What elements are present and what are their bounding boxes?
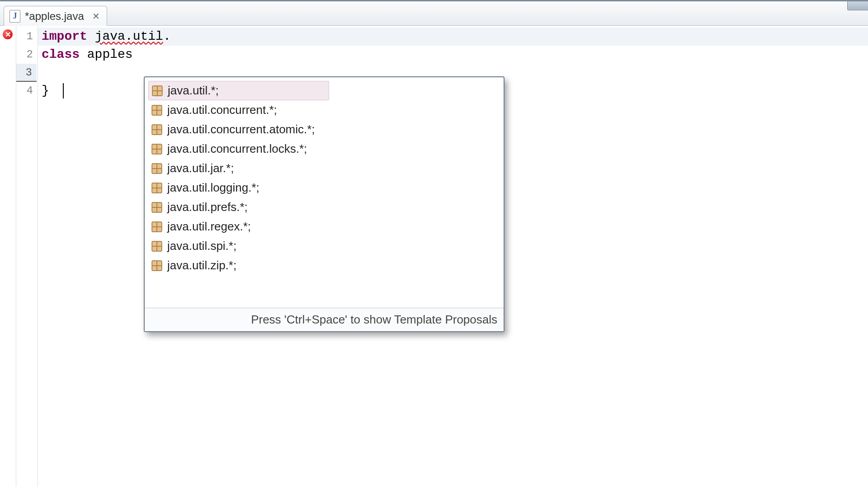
package-icon — [151, 260, 163, 272]
tab-bar: J *apples.java ✕ — [0, 1, 868, 26]
editor-body: ✕ 1 2 3 4 import java.util. class apples… — [0, 26, 868, 487]
package-icon — [151, 124, 163, 136]
java-file-icon: J — [9, 10, 20, 23]
package-icon — [151, 202, 163, 213]
suggestion-list[interactable]: java.util.*;java.util.concurrent.*;java.… — [145, 77, 504, 308]
autocomplete-footer: Press 'Ctrl+Space' to show Template Prop… — [145, 308, 504, 331]
autocomplete-suggestion[interactable]: java.util.regex.*; — [148, 217, 500, 236]
close-icon[interactable]: ✕ — [91, 11, 101, 21]
suggestion-label: java.util.concurrent.*; — [167, 103, 277, 117]
package-icon — [151, 240, 163, 252]
package-icon — [151, 104, 163, 116]
line-number: 2 — [16, 46, 38, 64]
class-name: apples — [80, 47, 133, 61]
autocomplete-suggestion[interactable]: java.util.jar.*; — [148, 159, 500, 178]
autocomplete-suggestion[interactable]: java.util.concurrent.locks.*; — [148, 139, 500, 159]
marker-bar: ✕ — [0, 26, 16, 487]
suggestion-label: java.util.logging.*; — [167, 181, 259, 195]
brace: } — [42, 84, 49, 98]
autocomplete-suggestion[interactable]: java.util.spi.*; — [148, 236, 500, 256]
window-controls[interactable] — [847, 1, 868, 10]
editor-window: J *apples.java ✕ ✕ 1 2 3 4 import java.u… — [0, 0, 868, 488]
keyword: class — [42, 47, 80, 61]
suggestion-label: java.util.regex.*; — [167, 220, 251, 234]
line-number-gutter: 1 2 3 4 — [16, 26, 38, 487]
suggestion-label: java.util.concurrent.locks.*; — [167, 142, 307, 156]
code-line[interactable]: import java.util. — [38, 28, 868, 46]
code-line[interactable]: class apples — [38, 46, 868, 64]
line-number: 4 — [16, 82, 38, 100]
package-name: java.util — [95, 29, 163, 43]
line-number: 1 — [16, 28, 38, 46]
autocomplete-popup: java.util.*;java.util.concurrent.*;java.… — [144, 76, 505, 332]
package-icon — [151, 85, 163, 97]
autocomplete-suggestion[interactable]: java.util.zip.*; — [148, 256, 500, 275]
package-icon — [151, 163, 163, 174]
keyword: import — [42, 29, 87, 43]
dot: . — [163, 29, 171, 43]
line-number: 3 — [16, 64, 37, 82]
error-marker-icon[interactable]: ✕ — [3, 29, 13, 39]
suggestion-label: java.util.spi.*; — [167, 239, 236, 253]
suggestion-label: java.util.prefs.*; — [167, 200, 248, 214]
tab-filename: *apples.java — [25, 10, 84, 23]
autocomplete-suggestion[interactable]: java.util.*; — [148, 81, 329, 100]
autocomplete-suggestion[interactable]: java.util.concurrent.*; — [148, 100, 500, 120]
autocomplete-suggestion[interactable]: java.util.logging.*; — [148, 178, 500, 197]
package-icon — [151, 182, 163, 194]
suggestion-label: java.util.zip.*; — [167, 258, 236, 272]
editor-tab[interactable]: J *apples.java ✕ — [4, 6, 107, 26]
suggestion-label: java.util.jar.*; — [167, 161, 234, 175]
package-icon — [151, 143, 163, 155]
autocomplete-suggestion[interactable]: java.util.prefs.*; — [148, 197, 500, 217]
autocomplete-suggestion[interactable]: java.util.concurrent.atomic.*; — [148, 120, 500, 139]
suggestion-label: java.util.*; — [168, 84, 219, 98]
package-icon — [151, 221, 163, 233]
suggestion-label: java.util.concurrent.atomic.*; — [167, 122, 315, 136]
text-cursor-icon — [63, 83, 64, 99]
